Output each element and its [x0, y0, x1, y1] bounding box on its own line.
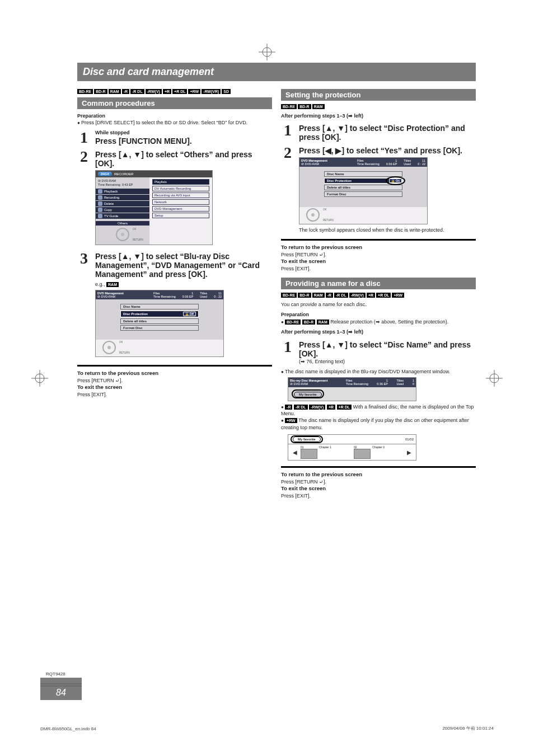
return-block: To return to the previous screen Press […	[281, 244, 476, 272]
nav-ok-label: OK	[133, 228, 137, 231]
tr-value: 0:36 EP	[182, 295, 194, 298]
eg-fmt: RAM	[106, 282, 119, 287]
step1-title: Press [FUNCTION MENU].	[95, 137, 272, 145]
preparation-text: Press [DRIVE SELECT] to select the BD or…	[77, 119, 272, 126]
fn-right-item: Recording via AV3 input	[152, 192, 209, 198]
fmt: BD-R	[298, 104, 311, 109]
step3-title: Press [▲, ▼] to select “Blu-ray Disc Man…	[95, 252, 272, 279]
fmt: RAM	[312, 293, 325, 298]
preparation-title: Preparation	[281, 311, 476, 318]
topmenu-title: My favorite	[293, 436, 321, 442]
return-text-end: ].	[324, 252, 326, 257]
used-label: Used	[396, 382, 404, 386]
fmt: BD-RE	[285, 320, 301, 325]
time-remaining-label: Time Remaining	[98, 183, 120, 186]
step-number: 2	[281, 145, 294, 161]
fn-right-item: Setup	[152, 213, 209, 218]
return-title: To return to the previous screen	[281, 471, 476, 478]
tr-label: Time Remaining	[357, 162, 380, 166]
step-number: 2	[77, 149, 91, 165]
brand-model: RECORDER	[114, 172, 133, 176]
brand-logo: DIGA	[98, 172, 112, 176]
topmenu-page: 01/02	[405, 438, 414, 441]
screenshot-top-menu: My favorite 01/02 ◀ 01 Chapter 1	[288, 434, 416, 461]
return-block: To return to the previous screen Press […	[77, 370, 272, 398]
divider	[281, 239, 476, 241]
after-steps: After performing steps 1–3 (➡ left)	[281, 112, 476, 119]
fn-right-item: Playlists	[152, 179, 209, 185]
step-number: 1	[281, 123, 294, 138]
fn-right-item: DV Automatic Recording	[152, 186, 209, 191]
mgmt-row: Delete all titles	[324, 185, 402, 190]
mgmt-row: Format Disc	[324, 191, 402, 197]
return-text: Press [RETURN	[281, 252, 319, 257]
screenshot-dvd-management-off: DVD Management ⊘ DVD-RAM FilesTime Remai…	[95, 290, 224, 357]
mgmt-row: Disc Name	[120, 304, 199, 309]
fmt: RAM	[109, 89, 121, 94]
fmt: +RW	[188, 89, 200, 94]
section-protection: Setting the protection	[281, 89, 476, 101]
prep-text: Release protection (➡ above, Setting the…	[330, 319, 448, 325]
hdr-sub: DVD-RAM	[294, 382, 308, 386]
chapter-label: Chapter 1	[319, 445, 331, 449]
used-value: 0 : 22	[418, 162, 425, 166]
mgmt-row: Delete all titles	[120, 318, 199, 324]
disc-label: DVD-RAM	[102, 179, 116, 182]
hdr-sub: DVD-RAM	[305, 162, 320, 166]
fn-left-item: Playback	[96, 189, 149, 194]
fmt: +R	[327, 405, 335, 410]
mgmt-row-selected: Disc Protection 🔒 On	[324, 178, 402, 184]
page-title: Disc and card management	[77, 63, 476, 81]
return-block: To return to the previous screen Press […	[281, 471, 476, 499]
step-number: 1	[77, 130, 91, 145]
fmt: -R	[122, 89, 129, 94]
fmt: +R DL	[337, 405, 352, 410]
screenshot-dvd-management-on: DVD Management ⊘ DVD-RAM FilesTime Remai…	[299, 157, 428, 224]
return-title: To return to the previous screen	[281, 244, 476, 251]
fmt: -R DL	[130, 89, 144, 94]
mgmt-row-selected: Disc Protection 🔓 Off	[120, 311, 199, 317]
tr-label: Time Remaining	[153, 295, 176, 298]
screenshot-bd-management-name: Blu-ray Disc Management ⊘ DVD-RAM FilesT…	[288, 377, 416, 401]
return-icon: ⤾	[115, 378, 120, 383]
fn-right-item: Network	[152, 199, 209, 205]
mgmt-row: Disc Name	[324, 171, 402, 177]
nav-pad-icon: OK RETURN	[116, 228, 129, 241]
tr-value: 0:36 EP	[386, 162, 397, 166]
lock-icon: 🔓 Off	[183, 312, 196, 316]
fn-right-item: DVD Management	[152, 206, 209, 212]
naming-b3: The disc name is displayed only if you p…	[281, 417, 469, 430]
step2-title: Press [▲, ▼] to select “Others” and pres…	[95, 150, 272, 168]
tr-value: 0:36 EP	[377, 382, 388, 386]
next-page-icon: ▶	[407, 449, 411, 456]
footer-right: 2009/04/08 午前 10:01:24	[442, 725, 494, 731]
used-label: Used	[404, 162, 411, 166]
name-step1: Press [▲, ▼] to select “Disc Name” and p…	[299, 340, 476, 358]
right-column: Setting the protection BD-RE BD-R RAM Af…	[281, 87, 476, 499]
preparation-title: Preparation	[77, 112, 272, 119]
used-value: 0	[413, 382, 414, 386]
fmt: +R DL	[376, 293, 391, 298]
divider	[281, 466, 476, 468]
exit-text: Press [EXIT].	[77, 391, 272, 398]
fmt: +RW	[285, 418, 297, 423]
return-text: Press [RETURN	[77, 378, 115, 383]
return-text-end: ].	[324, 479, 326, 485]
left-column: BD-RE BD-R RAM -R -R DL -RW(V) +R +R DL …	[77, 87, 272, 499]
fmt: -RW(V)	[309, 405, 325, 410]
divider	[77, 365, 272, 367]
lock-icon: 🔒 On	[389, 179, 402, 183]
section-common: Common procedures	[77, 97, 272, 109]
fmt: SD	[222, 89, 231, 94]
page-number: 84	[56, 687, 66, 700]
return-icon: ⤾	[319, 479, 324, 485]
chapter-thumb	[301, 449, 317, 459]
prot-note: The lock symbol appears closed when the …	[299, 227, 476, 233]
rqt-code: RQT9428	[46, 672, 65, 677]
fmt: BD-RE	[77, 89, 93, 94]
after-steps: After performing steps 1–3 (➡ left)	[281, 328, 476, 335]
nav-return-label: RETURN	[133, 238, 143, 241]
prot-step2: Press [◀, ▶] to select “Yes” and press […	[299, 146, 476, 155]
registration-mark-right	[486, 370, 503, 387]
formats-row: BD-RE BD-R RAM -R -R DL -RW(V) +R +R DL …	[77, 89, 272, 94]
